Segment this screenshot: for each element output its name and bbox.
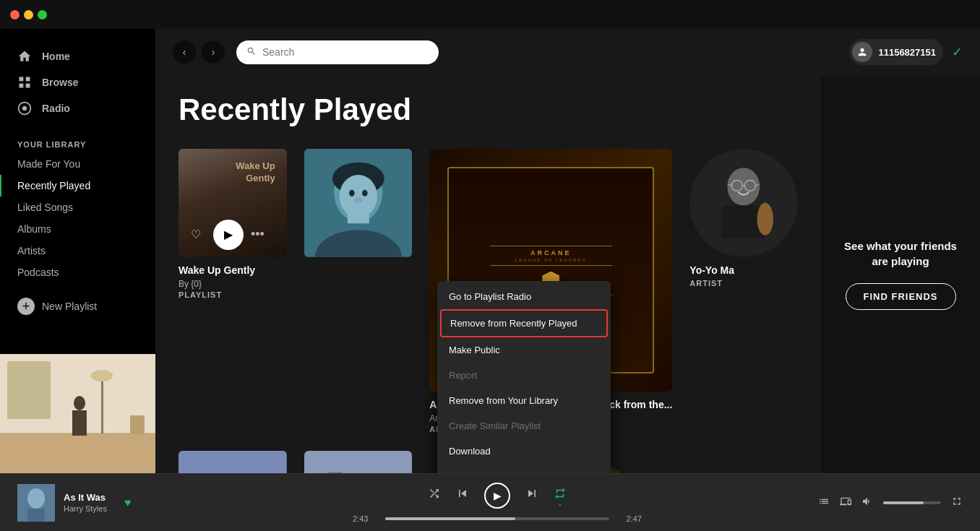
art-yoyoma xyxy=(689,149,798,257)
sidebar-home-label: Home xyxy=(42,51,70,62)
new-playlist-button[interactable]: + New Playlist xyxy=(0,289,155,324)
shuffle-button[interactable] xyxy=(428,487,441,504)
forward-button[interactable]: › xyxy=(202,40,225,64)
art-person xyxy=(304,149,413,257)
sidebar-item-recently-played[interactable]: Recently Played xyxy=(0,175,155,197)
grid-item-duo[interactable] xyxy=(179,451,287,473)
sidebar-nav: Home Browse Radio xyxy=(0,36,155,129)
context-menu-item-go-to-radio[interactable]: Go to Playlist Radio xyxy=(437,284,611,309)
sidebar-item-made-for-you[interactable]: Made For You xyxy=(0,153,155,175)
sidebar-album-art xyxy=(0,354,155,473)
arcane-art-title: ARCANE xyxy=(530,249,572,256)
volume-bar[interactable] xyxy=(883,501,941,504)
sidebar-item-radio[interactable]: Radio xyxy=(0,95,155,121)
art-controls: ♡ ▶ ••• xyxy=(186,220,265,250)
svg-point-21 xyxy=(362,190,367,197)
progress-fill xyxy=(385,517,515,520)
context-menu-item-make-public[interactable]: Make Public xyxy=(437,337,611,363)
item-label-wug: PLAYLIST xyxy=(179,290,287,299)
item-label-yoyoma: ARTIST xyxy=(689,279,798,288)
page-title: Recently Played xyxy=(179,92,798,127)
svg-rect-12 xyxy=(72,410,87,436)
friends-title: See what your friends are playing xyxy=(835,238,966,269)
close-button[interactable] xyxy=(10,10,20,20)
chevron-right-icon: › xyxy=(596,472,599,474)
user-profile[interactable]: 11156827151 xyxy=(849,39,943,65)
item-title-yoyoma: Yo-Yo Ma xyxy=(689,264,798,276)
context-menu-item-remove-library[interactable]: Remove from Your Library xyxy=(437,388,611,413)
previous-button[interactable] xyxy=(455,486,470,504)
sidebar-item-browse[interactable]: Browse xyxy=(0,69,155,95)
right-panel: See what your friends are playing FIND F… xyxy=(821,75,980,473)
device-icon[interactable] xyxy=(840,496,851,510)
grid-item-person[interactable] xyxy=(304,149,413,433)
traffic-lights xyxy=(10,10,47,20)
nav-arrows: ‹ › xyxy=(173,40,225,64)
sidebar-item-liked-songs[interactable]: Liked Songs xyxy=(0,197,155,218)
context-menu-item-report: Report xyxy=(437,363,611,388)
title-bar xyxy=(0,0,980,29)
sidebar-item-podcasts[interactable]: Podcasts xyxy=(0,262,155,283)
svg-rect-9 xyxy=(7,361,51,419)
player-track-details: As It Was Harry Styles xyxy=(64,492,107,513)
sidebar-item-home[interactable]: Home xyxy=(0,43,155,69)
grid-item-wake-up-gently[interactable]: Wake UpGently ♡ ▶ ••• Wake Up Gently xyxy=(179,149,287,433)
svg-rect-7 xyxy=(0,433,155,473)
progress-bar[interactable] xyxy=(385,517,609,520)
player-heart-button[interactable]: ♥ xyxy=(124,496,132,509)
svg-rect-43 xyxy=(304,451,413,473)
art-duo xyxy=(179,451,287,473)
time-elapsed: 2:43 xyxy=(353,514,378,523)
sidebar-item-artists[interactable]: Artists xyxy=(0,240,155,262)
volume-fill xyxy=(883,501,924,504)
svg-rect-2 xyxy=(20,84,24,88)
svg-rect-13 xyxy=(101,376,103,433)
svg-rect-23 xyxy=(347,212,369,223)
avatar xyxy=(852,42,872,62)
sidebar: Home Browse Radio YOUR LIBRARY Made For … xyxy=(0,29,155,473)
top-bar-right: 11156827151 ✓ xyxy=(849,39,963,65)
search-bar[interactable] xyxy=(236,40,439,64)
more-button[interactable]: ••• xyxy=(251,227,265,242)
sidebar-radio-label: Radio xyxy=(42,103,70,114)
svg-rect-45 xyxy=(328,472,342,473)
find-friends-button[interactable]: FIND FRIENDS xyxy=(846,283,956,310)
minimize-button[interactable] xyxy=(24,10,33,20)
player-play-button[interactable]: ▶ xyxy=(484,483,510,509)
player-thumbnail xyxy=(17,484,55,522)
fullscreen-icon[interactable] xyxy=(951,496,963,510)
radio-icon xyxy=(17,101,32,116)
heart-button[interactable]: ♡ xyxy=(186,225,206,245)
player-track-title: As It Was xyxy=(64,492,107,503)
context-menu-item-share[interactable]: Share › xyxy=(437,464,611,473)
player-right-controls xyxy=(818,496,963,510)
app-body: Home Browse Radio YOUR LIBRARY Made For … xyxy=(0,29,980,473)
player-controls: ▶ 2:43 2:47 xyxy=(176,483,818,523)
next-button[interactable] xyxy=(525,486,539,504)
library-section-label: YOUR LIBRARY xyxy=(0,129,155,153)
context-menu-item-download[interactable]: Download xyxy=(437,439,611,464)
maximize-button[interactable] xyxy=(38,10,47,20)
grid-item-yoyoma[interactable]: Yo-Yo Ma ARTIST xyxy=(689,149,798,433)
search-input[interactable] xyxy=(262,46,429,58)
svg-point-11 xyxy=(74,396,85,410)
svg-point-14 xyxy=(91,370,113,381)
browse-icon xyxy=(17,75,32,90)
play-button[interactable]: ▶ xyxy=(213,220,244,250)
repeat-button[interactable] xyxy=(554,487,567,504)
svg-rect-34 xyxy=(765,203,767,219)
svg-rect-3 xyxy=(26,84,30,88)
svg-rect-1 xyxy=(26,77,30,82)
plus-icon: + xyxy=(17,298,35,315)
sidebar-item-albums[interactable]: Albums xyxy=(0,218,155,240)
item-title-wug: Wake Up Gently xyxy=(179,264,287,276)
wug-art-text: Wake UpGently xyxy=(236,160,275,185)
grid-item-city[interactable] xyxy=(304,451,413,473)
svg-point-19 xyxy=(339,175,377,218)
context-menu-item-remove-recently-played[interactable]: Remove from Recently Played xyxy=(440,309,608,337)
queue-icon[interactable] xyxy=(818,496,830,510)
context-menu: Go to Playlist Radio Remove from Recentl… xyxy=(437,281,611,473)
back-button[interactable]: ‹ xyxy=(173,40,196,64)
volume-icon[interactable] xyxy=(861,496,873,510)
svg-point-22 xyxy=(353,197,362,202)
